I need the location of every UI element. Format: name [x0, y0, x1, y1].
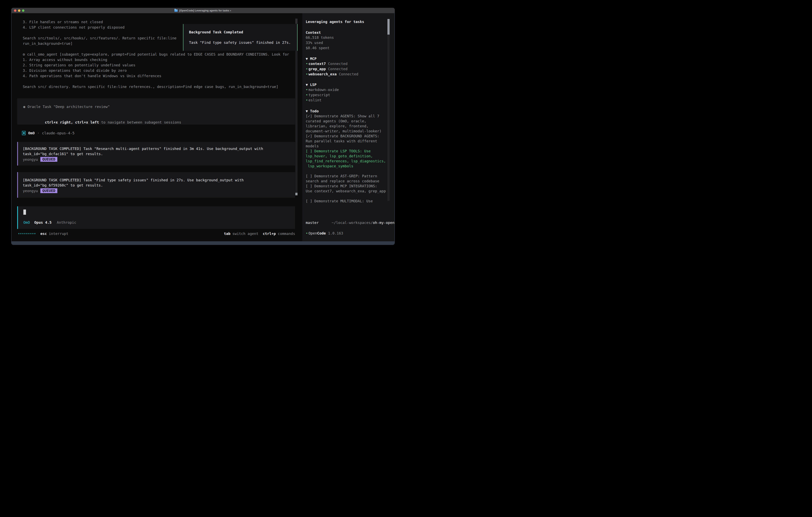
lsp-item: • markdown-oxide: [306, 87, 388, 92]
subagent-navigation-hint: ctrl+x right, ctrl+x left to navigate be…: [23, 114, 181, 130]
context-used: 33% used: [306, 40, 388, 45]
zoom-button[interactable]: [22, 9, 24, 12]
terminal-line: [23, 79, 289, 84]
notification-title: Background Task Completed: [189, 30, 243, 35]
lsp-name: markdown-oxide: [309, 87, 339, 92]
message-line: task_id="bg_dcfac161" to get results.: [23, 151, 290, 157]
ctrlp-key: ctrl+p: [263, 232, 276, 236]
commands-hint: ctrl+p commands: [263, 232, 295, 236]
tool-call-line: ⚙ call_omo_agent [subagent_type=explore,…: [23, 52, 289, 57]
todo-line: lsp_find_references, lsp_diagnostics,: [306, 159, 388, 164]
agent-session-header: OmO · claude-opus-4-5: [22, 131, 75, 135]
message-meta: yeongyu QUEUED: [23, 188, 290, 193]
todo-line: document-writer, multimodal-looker): [306, 129, 388, 134]
status-right: tab switch agent ctrl+p commands: [224, 231, 295, 236]
todo-item-pending: [ ] Demonstrate AST-GREP: Pattern search…: [306, 173, 388, 184]
lsp-section-heading[interactable]: ▼ LSP: [306, 82, 388, 87]
todo-line: Use context7, websearch_exa, grep_app: [306, 189, 388, 193]
esc-label: interrupt: [49, 232, 68, 236]
bullet-icon: •: [306, 92, 309, 98]
titlebar[interactable]: [OpenCode] Leveraging agents for tasks ◐: [11, 8, 395, 13]
app-name-code: Code: [317, 231, 326, 236]
mcp-item: • context7 Connected: [306, 61, 388, 66]
agent-icon-core: [23, 132, 25, 134]
bullet-icon: •: [306, 61, 309, 66]
main-scrollbar-thumb[interactable]: [295, 193, 297, 195]
sidebar-scrollbar-track[interactable]: [387, 19, 389, 201]
ctrlp-label: commands: [278, 232, 295, 236]
window-title-text: [OpenCode] Leveraging agents for tasks ◐: [179, 9, 232, 12]
status-badge: QUEUED: [40, 188, 57, 193]
interrupt-hint: esc interrupt: [40, 232, 68, 236]
todo-item-active: [ ] Demonstrate LSP TOOLS: Use lsp_hover…: [306, 148, 388, 168]
workspace-repo: oh-my-opencode:: [373, 220, 395, 225]
window-title: [OpenCode] Leveraging agents for tasks ◐: [174, 9, 232, 12]
agent-model: claude-opus-4-5: [42, 131, 75, 135]
lsp-name: typescript: [309, 92, 330, 98]
todo-line: curated agents (OmO, oracle,: [306, 118, 388, 124]
todo-line: Run parallel tasks with different: [306, 139, 388, 143]
todo-section-heading[interactable]: ▼ Todo: [306, 109, 388, 113]
hint-keybindings: ctrl+x right, ctrl+x left: [45, 120, 99, 124]
sidebar-content: Leveraging agents for tasks Context 66,5…: [306, 13, 388, 236]
window-content: 3. File handles or streams not closed 4.…: [11, 13, 395, 241]
mcp-item: • grep_app Connected: [306, 66, 388, 72]
sidebar-scrollbar-thumb[interactable]: [387, 19, 389, 34]
hint-description: to navigate between subagent sessions: [99, 120, 181, 124]
bullet-icon: •: [306, 72, 309, 77]
terminal-line: 3. Division operations that could divide…: [23, 68, 289, 73]
background-task-notification: Background Task Completed Task "Find typ…: [183, 24, 297, 51]
session-title: Leveraging agents for tasks: [306, 19, 388, 24]
lsp-name: eslint: [309, 98, 321, 103]
todo-item-pending: [ ] Demonstrate MCP INTEGRATIONS: Use co…: [306, 184, 388, 193]
bullet-icon: •: [306, 231, 309, 236]
todo-line: models: [306, 143, 388, 148]
agent-name: OmO: [28, 131, 35, 135]
bullet-icon: •: [306, 66, 309, 72]
context-spent: $0.46 spent: [306, 45, 388, 51]
oracle-task-panel: ◉ Oracle Task "Deep architecture review"…: [17, 98, 295, 125]
todo-item-pending: [ ] Demonstrate MULTIMODAL: Use: [306, 198, 388, 203]
terminal-window: [OpenCode] Leveraging agents for tasks ◐…: [11, 8, 395, 245]
todo-line: search and replace across codebase: [306, 179, 388, 184]
mcp-name: websearch_exa: [309, 72, 337, 77]
chat-main-area: 3. File handles or streams not closed 4.…: [11, 13, 302, 241]
status-badge: QUEUED: [40, 157, 57, 162]
todo-line: [✓] Demonstrate AGENTS: Show all 7: [306, 113, 388, 118]
todo-item-done: [✓] Demonstrate AGENTS: Show all 7 curat…: [306, 113, 388, 134]
prompt-input[interactable]: OmO Opus 4.5 Anthropic: [17, 206, 295, 229]
workspace-path-prefix: ~/local-workspaces/: [332, 220, 373, 225]
lsp-item: • typescript: [306, 92, 388, 98]
input-model-label[interactable]: Opus 4.5: [34, 220, 52, 224]
workspace-path: ~/local-workspaces/oh-my-opencode: maste…: [306, 215, 388, 225]
terminal-line: 2. String operations on potentially unde…: [23, 62, 289, 68]
mcp-status: Connected: [328, 66, 348, 72]
message-meta: yeongyu QUEUED: [23, 157, 290, 162]
message-line: [BACKGROUND TASK COMPLETED] Task "Find t…: [23, 178, 290, 183]
message-block: [BACKGROUND TASK COMPLETED] Task "Find t…: [17, 172, 295, 198]
mcp-name: grep_app: [309, 66, 326, 72]
lsp-item: • eslint: [306, 98, 388, 103]
mcp-section-heading[interactable]: ▼ MCP: [306, 56, 388, 61]
session-sidebar: Leveraging agents for tasks Context 66,5…: [302, 13, 395, 241]
context-tokens: 66,518 tokens: [306, 35, 388, 40]
message-block: [BACKGROUND TASK COMPLETED] Task "Resear…: [17, 142, 295, 166]
input-agent-label: OmO: [23, 220, 30, 224]
message-line: [BACKGROUND TASK COMPLETED] Task "Resear…: [23, 146, 290, 151]
close-button[interactable]: [14, 9, 17, 12]
todo-line: lsp_workspace_symbols: [306, 164, 388, 168]
minimize-button[interactable]: [18, 9, 20, 12]
oracle-task-title: ◉ Oracle Task "Deep architecture review": [23, 104, 110, 109]
text-cursor: [23, 210, 26, 215]
todo-line: lsp_hover, lsp_goto_definition,: [306, 154, 388, 159]
mcp-item: • websearch_exa Connected: [306, 72, 388, 77]
terminal-line: 3. File handles or streams not closed: [23, 19, 289, 25]
workspace-path-line: ~/local-workspaces/oh-my-opencode:: [306, 215, 388, 220]
terminal-line: 4. Path operations that don't handle Win…: [23, 73, 289, 79]
todo-line: librarian, explore, frontend,: [306, 124, 388, 129]
todo-line: [ ] Demonstrate AST-GREP: Pattern: [306, 173, 388, 179]
mcp-status: Connected: [339, 72, 358, 77]
app-name-open: Open: [309, 231, 317, 236]
todo-line: [ ] Demonstrate MCP INTEGRATIONS:: [306, 184, 388, 189]
context-heading: Context: [306, 30, 388, 35]
